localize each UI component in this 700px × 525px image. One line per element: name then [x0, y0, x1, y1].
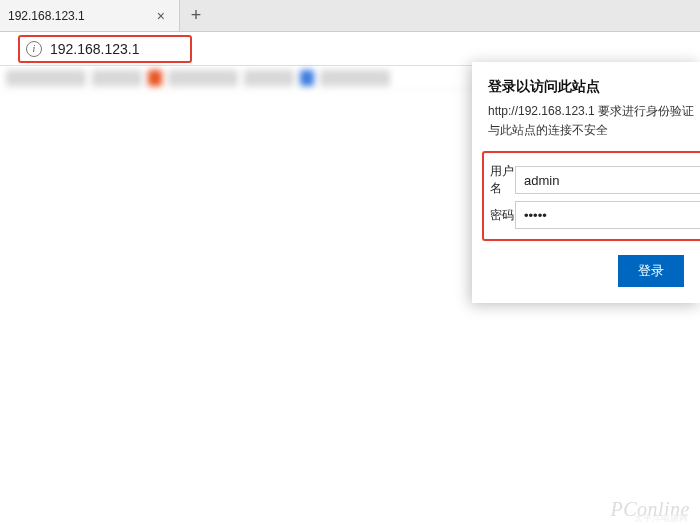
- bookmark-item[interactable]: [168, 70, 238, 86]
- button-row: 登录: [488, 255, 700, 287]
- username-row: 用户名: [490, 163, 700, 197]
- new-tab-button[interactable]: +: [180, 0, 212, 31]
- watermark-sub: 太平洋电脑网: [634, 512, 688, 525]
- address-bar[interactable]: i 192.168.123.1: [18, 35, 192, 63]
- tab-strip: 192.168.123.1 × +: [0, 0, 700, 32]
- auth-title: 登录以访问此站点: [488, 78, 700, 96]
- bookmark-item[interactable]: [92, 70, 142, 86]
- username-input[interactable]: [515, 166, 700, 194]
- address-bar-row: i 192.168.123.1: [0, 32, 700, 66]
- auth-warning: 与此站点的连接不安全: [488, 122, 700, 139]
- bookmark-item[interactable]: [6, 70, 86, 86]
- tab-title: 192.168.123.1: [8, 9, 153, 23]
- auth-subtext: http://192.168.123.1 要求进行身份验证: [488, 102, 700, 120]
- password-label: 密码: [490, 207, 515, 224]
- url-text: 192.168.123.1: [50, 41, 140, 57]
- password-row: 密码: [490, 201, 700, 229]
- bookmark-item[interactable]: [148, 70, 162, 86]
- bookmark-item[interactable]: [300, 70, 314, 86]
- username-label: 用户名: [490, 163, 515, 197]
- bookmark-item[interactable]: [244, 70, 294, 86]
- login-button[interactable]: 登录: [618, 255, 684, 287]
- password-input[interactable]: [515, 201, 700, 229]
- auth-fields: 用户名 密码: [482, 151, 700, 241]
- browser-tab[interactable]: 192.168.123.1 ×: [0, 0, 180, 31]
- close-icon[interactable]: ×: [153, 6, 169, 26]
- auth-dialog: 登录以访问此站点 http://192.168.123.1 要求进行身份验证 与…: [472, 62, 700, 303]
- info-icon[interactable]: i: [26, 41, 42, 57]
- bookmark-item[interactable]: [320, 70, 390, 86]
